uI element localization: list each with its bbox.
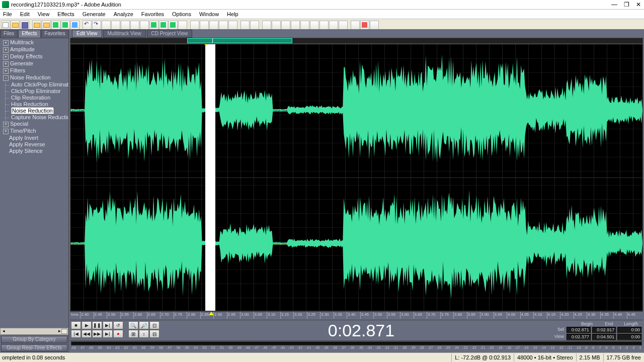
expand-icon[interactable]: +	[3, 47, 9, 53]
tree-item[interactable]: Auto Click/Pop Eliminator	[0, 81, 68, 88]
tb-btn-30[interactable]	[291, 21, 300, 30]
view-tab[interactable]: CD Project View	[147, 30, 193, 38]
tree-item[interactable]: +Time/Pitch	[0, 128, 68, 135]
rewind-button[interactable]: ◀◀	[82, 330, 92, 338]
overview-selection[interactable]	[187, 38, 292, 43]
tb-btn-36[interactable]	[351, 21, 360, 30]
tree-item[interactable]: Capture Noise Reduction Profile	[0, 114, 68, 121]
tree-item[interactable]: Noise Reduction	[0, 108, 68, 114]
tree-item[interactable]: Clip Restoration	[0, 95, 68, 101]
waveform-display[interactable]	[70, 44, 643, 311]
side-tab-effects[interactable]: Effects	[18, 30, 40, 38]
zoom-out-h-button[interactable]: 🔎	[139, 321, 149, 329]
menu-effects[interactable]: Effects	[53, 11, 78, 18]
stop-button[interactable]: ■	[71, 321, 81, 329]
zoom-in-v-button[interactable]: ↕	[139, 330, 149, 338]
tb-btn-7[interactable]	[61, 21, 70, 30]
zoom-full-button[interactable]: ⊡	[149, 321, 159, 329]
expand-icon[interactable]: +	[3, 61, 9, 67]
sel-length[interactable]: 0:00	[617, 327, 642, 333]
forward-button[interactable]: ▶▶	[92, 330, 102, 338]
go-end-button[interactable]: ▶|	[103, 330, 113, 338]
playhead-cursor[interactable]	[205, 44, 215, 311]
menu-favorites[interactable]: Favorites	[137, 11, 168, 18]
tb-btn-8[interactable]	[70, 21, 79, 30]
tb-btn-33[interactable]	[319, 21, 329, 30]
tb-btn-34[interactable]	[329, 21, 338, 30]
tree-item[interactable]: +Delay Effects	[0, 53, 68, 60]
tb-btn-26[interactable]	[250, 21, 259, 30]
expand-icon[interactable]: +	[3, 54, 9, 60]
menu-help[interactable]: Help	[223, 11, 243, 18]
tb-btn-35[interactable]	[339, 21, 348, 30]
tb-btn-28[interactable]	[272, 21, 281, 30]
tb-btn-21[interactable]	[200, 21, 209, 30]
tb-btn-29[interactable]	[281, 21, 290, 30]
level-meter[interactable]: -68-67-66-65-64-63-62-61-60-59-58-57-56-…	[70, 340, 643, 353]
tb-btn-19[interactable]	[178, 21, 187, 30]
menu-file[interactable]: File	[1, 11, 16, 18]
play-to-end-button[interactable]: ▶|	[103, 321, 113, 329]
close-button[interactable]: ✕	[635, 1, 642, 8]
expand-icon[interactable]: +	[3, 129, 9, 134]
sel-end[interactable]: 0:02.917	[592, 327, 617, 333]
zoom-out-v-button[interactable]: ⊟	[149, 330, 159, 338]
redo-button[interactable]	[92, 21, 101, 30]
tree-item[interactable]: +Filters	[0, 67, 68, 74]
tree-item[interactable]: -Noise Reduction	[0, 74, 68, 81]
tree-item[interactable]: Apply Invert	[0, 135, 68, 141]
tb-btn-18[interactable]	[169, 21, 178, 30]
view-tab[interactable]: Edit View	[72, 30, 102, 38]
menu-analyze[interactable]: Analyze	[110, 11, 137, 18]
tree-item[interactable]: +Multitrack	[0, 39, 68, 46]
tb-btn-12[interactable]	[111, 21, 120, 30]
tb-btn-17[interactable]	[159, 21, 168, 30]
tb-btn-37[interactable]	[360, 21, 369, 30]
tb-btn-13[interactable]	[121, 21, 130, 30]
zoom-sel-button[interactable]: ⊞	[128, 330, 138, 338]
tb-btn-4[interactable]	[32, 21, 41, 30]
menu-options[interactable]: Options	[168, 11, 195, 18]
menu-generate[interactable]: Generate	[78, 11, 110, 18]
save-button[interactable]	[20, 21, 29, 30]
expand-icon[interactable]: +	[3, 40, 9, 46]
tree-item[interactable]: Apply Reverse	[0, 141, 68, 148]
tb-btn-27[interactable]	[262, 21, 271, 30]
tb-btn-25[interactable]	[240, 21, 250, 30]
minimize-button[interactable]: —	[611, 1, 618, 8]
view-tab[interactable]: Multitrack View	[103, 30, 146, 38]
tree-item[interactable]: Click/Pop Eliminator	[0, 88, 68, 95]
tree-item[interactable]: Apply Silence	[0, 148, 68, 154]
side-tab-files[interactable]: Files	[0, 30, 18, 38]
menu-edit[interactable]: Edit	[16, 11, 34, 18]
loop-button[interactable]: ↺	[113, 321, 123, 329]
menu-view[interactable]: View	[34, 11, 54, 18]
go-start-button[interactable]: |◀	[71, 330, 81, 338]
maximize-button[interactable]: ❐	[623, 1, 630, 8]
tb-btn-23[interactable]	[219, 21, 228, 30]
side-button[interactable]: Group By Category	[1, 336, 67, 343]
view-begin[interactable]: 0:02.377	[567, 334, 591, 340]
time-ruler[interactable]: hms 2.402.452.502.552.602.652.702.752.80…	[70, 311, 643, 319]
tree-item[interactable]: +Special	[0, 121, 68, 128]
expand-icon[interactable]: +	[3, 122, 9, 127]
tb-btn-32[interactable]	[310, 21, 319, 30]
tb-btn-6[interactable]	[51, 21, 60, 30]
tb-btn-24[interactable]	[228, 21, 237, 30]
expand-icon[interactable]: -	[3, 75, 9, 81]
view-end[interactable]: 0:04.501	[592, 334, 617, 340]
tb-btn-31[interactable]	[300, 21, 309, 30]
tb-btn-15[interactable]	[140, 21, 149, 30]
zoom-in-h-button[interactable]: 🔍	[128, 321, 138, 329]
tree-item[interactable]: +Amplitude	[0, 46, 68, 53]
undo-button[interactable]	[83, 21, 92, 30]
tb-btn-20[interactable]	[190, 21, 199, 30]
view-length[interactable]: 0:00	[617, 334, 642, 340]
side-button[interactable]: Group Real-Time Effects	[1, 344, 67, 352]
record-button[interactable]: ●	[113, 330, 123, 338]
tb-btn-5[interactable]	[42, 21, 51, 30]
tb-btn-11[interactable]	[102, 21, 111, 30]
tb-btn-14[interactable]	[130, 21, 139, 30]
pause-button[interactable]: ❚❚	[92, 321, 102, 329]
overview-bar[interactable]	[70, 38, 643, 44]
